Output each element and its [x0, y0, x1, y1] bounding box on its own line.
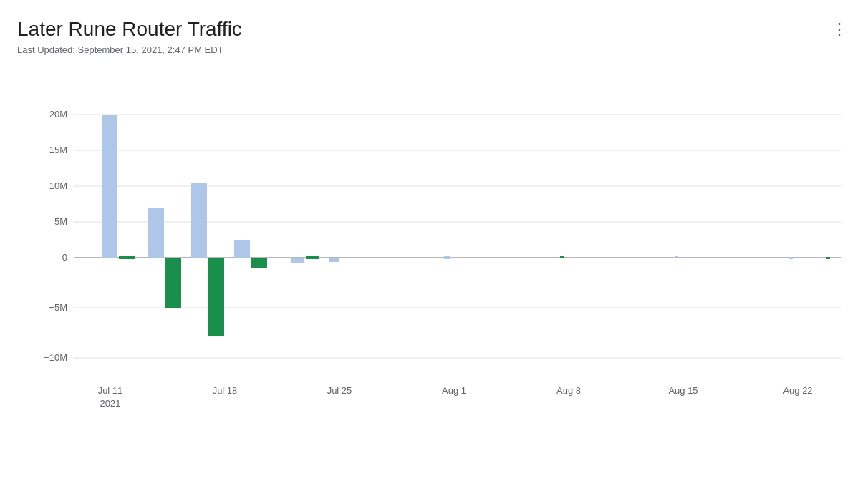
- more-options-icon[interactable]: ⋮: [829, 17, 851, 42]
- bar-chart: 20M 15M 10M 5M 0 −5M −10M: [17, 79, 851, 451]
- bar-blue-2: [148, 208, 164, 258]
- x-label-2021: 2021: [100, 398, 121, 409]
- divider: [17, 64, 851, 64]
- last-updated: Last Updated: September 15, 2021, 2:47 P…: [17, 44, 851, 55]
- y-label-15m: 15M: [49, 145, 67, 155]
- bar-tiny-3: [675, 256, 678, 258]
- y-label-20m: 20M: [49, 109, 67, 120]
- x-label-jul11: Jul 11: [98, 385, 123, 396]
- x-label-aug22: Aug 22: [783, 385, 812, 396]
- y-label-5m: 5M: [54, 216, 67, 227]
- bar-blue-4: [234, 240, 250, 258]
- bar-tiny-5: [826, 257, 830, 259]
- bar-blue-3: [191, 183, 207, 258]
- x-label-aug8: Aug 8: [556, 385, 581, 396]
- bar-green-5: [306, 256, 319, 259]
- x-label-jul18: Jul 18: [213, 385, 238, 396]
- bar-tiny-1: [444, 256, 450, 259]
- bar-green-2: [165, 258, 181, 308]
- page-header: Later Rune Router Traffic ⋮: [17, 17, 851, 42]
- bar-tiny-2: [560, 256, 564, 258]
- y-label-0: 0: [62, 252, 67, 263]
- y-label-10m: 10M: [49, 180, 67, 191]
- bar-green-1: [119, 256, 135, 259]
- chart-area: 20M 15M 10M 5M 0 −5M −10M: [17, 79, 851, 451]
- bar-blue-1: [102, 115, 117, 258]
- bar-blue-5: [291, 258, 304, 263]
- x-label-aug15: Aug 15: [668, 385, 698, 396]
- bar-green-3-tall: [208, 258, 224, 336]
- bar-tiny-4: [789, 257, 793, 259]
- y-label-neg10m: −10M: [44, 352, 67, 363]
- x-label-aug1: Aug 1: [442, 385, 466, 396]
- y-label-neg5m: −5M: [49, 302, 67, 313]
- bar-blue-6: [329, 258, 339, 262]
- bar-green-4: [251, 258, 267, 268]
- page-title: Later Rune Router Traffic: [17, 17, 242, 42]
- x-label-jul25: Jul 25: [327, 385, 352, 396]
